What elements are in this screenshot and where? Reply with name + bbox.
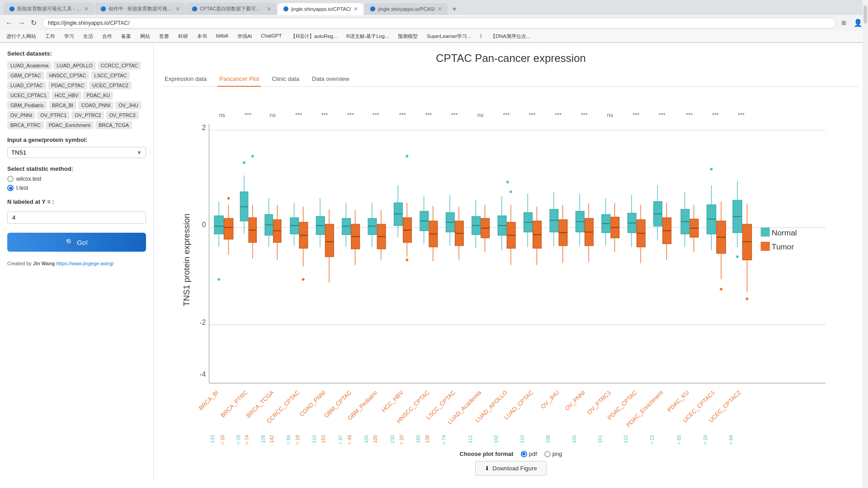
bookmark-2[interactable]: 工作 — [42, 32, 58, 41]
tag-luad-apollo[interactable]: LUAD_APOLLO — [53, 61, 95, 70]
download-button[interactable]: ⬇ Download Figure — [475, 461, 546, 476]
new-tab-button[interactable]: + — [448, 3, 460, 15]
main-content: CPTAC Pan-cancer expression Expression d… — [154, 43, 868, 481]
tag-hnscc[interactable]: HNSCC_CPTAC — [46, 71, 90, 80]
plot-format-row: Choose plot format pdf png — [460, 450, 562, 457]
format-pdf[interactable]: pdf — [521, 450, 537, 457]
right-scrollbar[interactable] — [863, 43, 868, 481]
box-brca-bi-normal: ns — [214, 112, 233, 254]
outlier-dot — [243, 161, 245, 164]
tag-ov-ptrc3[interactable]: OV_PTRC3 — [106, 111, 138, 119]
tab-overview[interactable]: Data overview — [310, 72, 351, 87]
svg-text:***: *** — [633, 112, 640, 118]
dropdown-arrow-icon[interactable]: ▼ — [137, 150, 142, 156]
bookmark-9[interactable]: 科研 — [175, 32, 191, 41]
tag-ccrcc[interactable]: CCRCC_CPTAC — [98, 61, 141, 70]
radio-png-icon[interactable] — [544, 451, 551, 457]
tab-pancancer[interactable]: Pancancer Plot — [217, 72, 261, 87]
tab-clinic[interactable]: Clinic data — [270, 72, 301, 87]
tag-brca-ptrc[interactable]: BRCA_PTRC — [7, 121, 44, 129]
bookmark-dna[interactable]: 【DNA测序位次... — [488, 32, 533, 41]
creator-link[interactable]: https://www.jingege.wang/ — [56, 261, 113, 266]
box-hnscc: *** — [420, 112, 438, 261]
tag-ucec-cptac1[interactable]: UCEC_CPTAC1 — [7, 91, 50, 99]
tag-brca-tcga[interactable]: BRCA_TCGA — [95, 121, 132, 129]
tag-gbm-cptac[interactable]: GBM_CPTAC — [7, 71, 44, 80]
tag-pdac-ku[interactable]: PDAC_KU — [83, 91, 113, 99]
tag-ov-ptrc2[interactable]: OV_PTRC2 — [71, 111, 104, 119]
browser-tab-4[interactable]: 🔵 jingle.shinyapps.io/CPTAC/ ✕ — [278, 3, 363, 15]
outlier-dot — [251, 155, 254, 158]
bookmark-model[interactable]: 预测模型 — [395, 32, 420, 41]
box-luad-cptac: *** — [524, 112, 542, 265]
go-button[interactable]: 🔍 Go! — [7, 233, 146, 252]
bookmark-chatgpt[interactable]: ChatGPT — [258, 32, 284, 41]
forward-button[interactable]: → — [16, 17, 27, 29]
reload-button[interactable]: ↻ — [29, 17, 38, 29]
n-label-input[interactable] — [7, 211, 146, 224]
creator-text: Created by Jin Wang https://www.jingege.… — [7, 261, 146, 266]
bookmark-7[interactable]: 网站 — [137, 32, 153, 41]
browser-tab-2[interactable]: 🔵 创作中 · 胚胎发育数据可视化... ✕ — [95, 3, 185, 15]
close-tab-1[interactable]: ✕ — [84, 6, 89, 12]
bookmark-huaqiang[interactable]: 华强AI — [235, 32, 255, 41]
box-pdac-enrich: *** — [654, 112, 671, 260]
svg-text:n = 133: n = 133 — [210, 435, 215, 445]
y-axis-label: TNS1 protein expression — [182, 214, 191, 306]
tag-ov-jhu[interactable]: OV_JHU — [115, 101, 141, 109]
x-label-14: OV_JHU — [539, 389, 561, 410]
x-label-5: COAD_PNNI — [298, 389, 327, 418]
close-tab-5[interactable]: ✕ — [438, 6, 442, 12]
back-button[interactable]: ← — [4, 17, 14, 29]
bookmark-autoreg[interactable]: 【R语计】autoReg... — [288, 32, 340, 41]
tag-luad-cptac[interactable]: LUAD_CPTAC — [7, 81, 46, 89]
gene-input-wrapper[interactable]: ▼ — [7, 147, 146, 158]
tag-ov-ptrc1[interactable]: OV_PTRC1 — [37, 111, 70, 119]
browser-tab-3[interactable]: 🔵 CPTAC蛋白组数据下载可视化... ✕ — [186, 3, 277, 15]
bookmark-superlearner[interactable]: SuperLearner学习... — [424, 32, 474, 41]
tag-hcc-hbv[interactable]: HCC_HBV — [52, 91, 82, 99]
stat-ttest[interactable]: t.test — [7, 185, 146, 191]
stat-wilcox[interactable]: wilcox.test — [7, 176, 146, 182]
bookmark-1[interactable]: 进行个人网站 — [4, 32, 39, 41]
close-tab-4[interactable]: ✕ — [354, 6, 358, 12]
radio-ttest-icon[interactable] — [7, 185, 14, 191]
bookmark-bilibili[interactable]: bilibili — [213, 32, 231, 41]
tag-pdac-cptac[interactable]: PDAC_CPTAC — [48, 81, 87, 89]
tag-ov-pnni[interactable]: OV_PNNI — [7, 111, 35, 119]
tag-gbm-pod[interactable]: GBM_Podiatric — [7, 101, 47, 109]
svg-text:n = 84: n = 84 — [728, 435, 734, 445]
x-label-15: OV_PNNI — [564, 389, 587, 412]
svg-rect-41 — [325, 224, 334, 257]
tab-expression[interactable]: Expression data — [163, 72, 208, 87]
gene-input[interactable] — [11, 149, 137, 156]
tag-ucec-cptac2[interactable]: UCEC_CPTAC2 — [89, 81, 132, 89]
radio-pdf-icon[interactable] — [521, 451, 527, 457]
browser-tab-1[interactable]: 🔵 胚胎发育数据可视化工具 - "... ✕ — [4, 3, 94, 15]
bookmark-6[interactable]: 备案 — [118, 32, 134, 41]
svg-text:***: *** — [659, 112, 665, 118]
bookmark-10[interactable]: 本书 — [194, 32, 210, 41]
svg-text:***: *** — [451, 112, 458, 118]
bookmark-4[interactable]: 生活 — [80, 32, 96, 41]
close-tab-3[interactable]: ✕ — [267, 6, 271, 12]
svg-text:n = 153: n = 153 — [321, 435, 326, 445]
outlier-dot — [302, 278, 305, 281]
radio-wilcox-icon[interactable] — [7, 176, 14, 182]
tag-brca-bi[interactable]: BRCA_BI — [49, 101, 76, 109]
close-tab-2[interactable]: ✕ — [175, 6, 180, 12]
extensions-button[interactable]: ⊞ — [840, 18, 848, 28]
box-luad-academia: ns — [472, 112, 490, 252]
tag-luad-academia[interactable]: LUAD_Academia — [7, 61, 52, 70]
bookmark-5[interactable]: 合作 — [99, 32, 115, 41]
bookmark-log[interactable]: R语文献-基于Log... — [344, 32, 392, 41]
tag-coad[interactable]: COAD_PNNI — [78, 101, 113, 109]
bookmark-8[interactable]: 竞赛 — [156, 32, 172, 41]
bookmark-3[interactable]: 学习 — [61, 32, 77, 41]
format-png[interactable]: png — [544, 450, 562, 457]
browser-tab-5[interactable]: 🔵 jingle.shinyapps.io/PCAS/ ✕ — [364, 3, 448, 15]
tag-pdac-enrich[interactable]: PDAC_Enrichment — [46, 121, 94, 129]
tag-lscc[interactable]: LSCC_CPTAC — [91, 71, 130, 80]
url-input[interactable]: https://jingle.shinyapps.io/CPTAC/ — [42, 18, 836, 28]
pdf-label: pdf — [529, 450, 537, 457]
